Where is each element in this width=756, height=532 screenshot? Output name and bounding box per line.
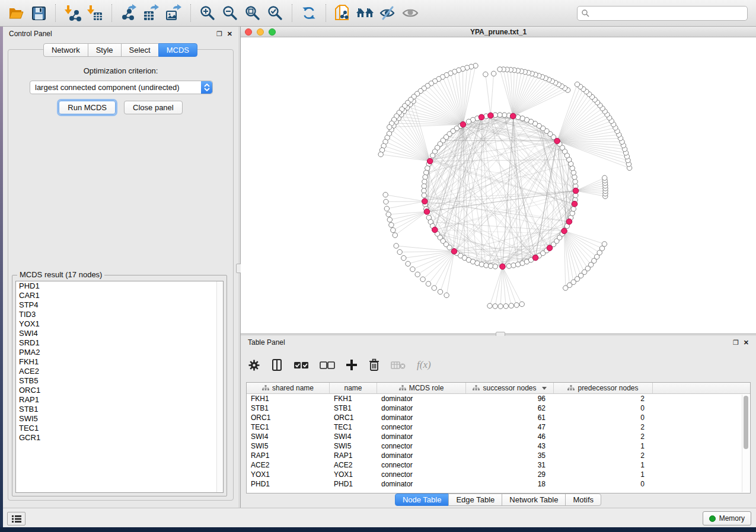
list-item[interactable]: STB5 [16,376,223,386]
network-node[interactable] [447,245,452,250]
table-scrollbar-thumb[interactable] [744,396,748,449]
refresh-layout-icon[interactable] [299,3,319,23]
tab-style[interactable]: Style [88,43,122,57]
tab-select[interactable]: Select [121,43,159,57]
network-node[interactable] [378,152,383,156]
search-input[interactable] [589,9,744,17]
export-network-icon[interactable] [119,3,139,23]
deselect-all-icon[interactable] [320,361,335,369]
network-node[interactable] [387,124,392,129]
network-node[interactable] [393,233,397,238]
list-item[interactable]: STB1 [16,405,223,414]
network-node[interactable] [444,293,449,297]
network-node[interactable] [503,304,508,309]
optimization-criterion-select[interactable]: largest connected component (undirected) [30,81,213,94]
mcds-hub-node[interactable] [460,121,466,127]
table-row[interactable]: RAP1RAP1dominator352 [247,451,750,460]
tab-node-table[interactable]: Node Table [395,493,449,506]
mcds-hub-node[interactable] [573,188,579,194]
close-panel-button[interactable]: Close panel [124,101,183,114]
list-item[interactable]: FKH1 [16,357,223,367]
column-header-predecessor-nodes[interactable]: predecessor nodes [554,383,653,393]
list-item[interactable]: SWI4 [16,329,223,338]
network-node[interactable] [406,261,410,266]
mcds-hub-node[interactable] [479,114,484,120]
mcds-hub-node[interactable] [510,113,516,119]
network-node[interactable] [602,175,607,180]
table-row[interactable]: YOX1YOX1connector291 [247,470,750,479]
column-header-MCDS-role[interactable]: MCDS role [377,383,466,393]
network-node[interactable] [397,249,402,254]
mcds-hub-node[interactable] [451,248,457,254]
list-item[interactable]: ACE2 [16,367,223,376]
network-node[interactable] [509,303,513,308]
table-scrollbar-track[interactable] [742,395,749,492]
list-item[interactable]: TID3 [16,310,223,319]
mcds-hub-node[interactable] [488,113,494,118]
list-item[interactable]: PHD1 [16,281,223,291]
list-item[interactable]: RAP1 [16,395,223,405]
network-node[interactable] [415,272,420,277]
mcds-hub-node[interactable] [427,158,433,164]
mcds-hub-node[interactable] [532,255,538,261]
open-folder-icon[interactable] [6,3,26,23]
network-node[interactable] [432,286,436,290]
network-node[interactable] [497,67,502,72]
list-item[interactable]: PMA2 [16,348,223,357]
zoom-selected-icon[interactable] [265,3,285,23]
network-node[interactable] [491,71,496,76]
mcds-hub-node[interactable] [424,209,430,214]
list-scrollbar-track[interactable] [216,281,223,492]
columns-icon[interactable] [271,358,283,371]
float-panel-icon[interactable]: ❐ [216,31,222,37]
gear-icon[interactable] [248,359,260,371]
mcds-hub-node[interactable] [572,201,578,207]
network-node[interactable] [384,199,388,204]
table-row[interactable]: ORC1ORC1dominator610 [247,413,750,422]
tab-mcds[interactable]: MCDS [158,43,197,57]
network-node[interactable] [438,289,442,294]
network-node[interactable] [422,193,426,198]
network-node[interactable] [575,82,579,86]
export-image-icon[interactable] [164,3,184,23]
tab-edge-table[interactable]: Edge Table [448,493,502,506]
delete-column-icon[interactable] [368,358,380,371]
network-node[interactable] [383,193,388,197]
network-node[interactable] [506,264,511,268]
mcds-hub-node[interactable] [566,219,572,225]
list-item[interactable]: YOX1 [16,319,223,329]
hide-selected-eye-icon[interactable] [378,3,398,23]
column-header-successor-nodes[interactable]: successor nodes [466,383,554,393]
list-item[interactable]: ORC1 [16,386,223,395]
table-row[interactable]: PHD1PHD1dominator180 [247,479,750,489]
network-node[interactable] [420,277,425,281]
network-node[interactable] [384,206,389,211]
network-node[interactable] [389,223,394,227]
network-node[interactable] [519,302,524,306]
close-panel-icon[interactable]: ✕ [744,339,749,346]
network-node[interactable] [422,188,426,193]
network-node[interactable] [423,175,428,180]
network-node[interactable] [422,184,426,188]
network-node[interactable] [422,179,427,184]
network-node[interactable] [602,242,607,246]
network-node[interactable] [483,72,488,76]
tab-network-table[interactable]: Network Table [502,493,566,506]
network-node[interactable] [571,206,576,211]
table-row[interactable]: SWI4SWI4dominator462 [247,432,750,441]
network-canvas[interactable] [241,37,756,334]
column-header-shared-name[interactable]: shared name [247,383,330,393]
network-node[interactable] [479,262,484,267]
zoom-out-icon[interactable] [220,3,240,23]
network-node[interactable] [410,267,415,271]
close-panel-icon[interactable]: ✕ [227,31,232,37]
network-node[interactable] [394,243,398,248]
export-table-icon[interactable] [141,3,161,23]
network-node[interactable] [430,153,435,158]
network-node[interactable] [515,115,520,120]
network-node[interactable] [424,170,429,175]
network-node[interactable] [572,175,577,180]
network-node[interactable] [502,113,507,117]
network-node[interactable] [387,217,392,222]
houses-icon[interactable] [355,3,375,23]
